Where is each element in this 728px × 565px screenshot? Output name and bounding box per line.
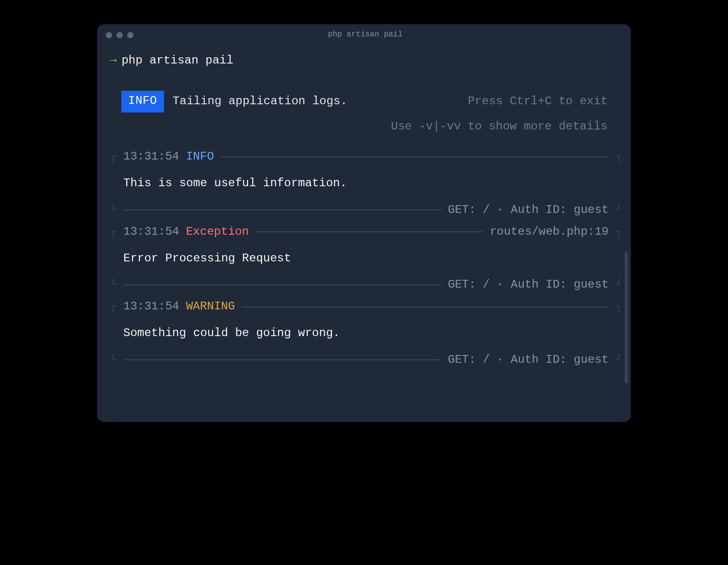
box-corner-icon: ┘ <box>615 276 622 293</box>
log-timestamp: 13:31:54 <box>123 298 179 315</box>
box-side-icon <box>110 315 116 352</box>
box-corner-icon: ┐ <box>615 224 622 241</box>
box-corner-icon: ┐ <box>615 148 622 165</box>
scrollbar-thumb[interactable] <box>625 252 628 383</box>
box-corner-icon: └ <box>110 352 116 369</box>
box-side-icon <box>110 241 116 277</box>
status-row: INFO Tailing application logs. Press Ctr… <box>121 91 622 113</box>
rule-line <box>221 157 609 158</box>
box-corner-icon: ┌ <box>110 224 116 241</box>
log-entry-header: ┌13:31:54WARNING┐ <box>110 298 622 315</box>
rule-line <box>123 359 441 360</box>
prompt-arrow-icon: → <box>110 52 116 69</box>
box-corner-icon: └ <box>110 202 116 219</box>
log-message: This is some useful information. <box>116 165 347 202</box>
log-entry-body: This is some useful information. <box>110 165 622 202</box>
log-entry-footer: └GET: / · Auth ID: guest┘ <box>110 352 622 369</box>
log-request-meta: GET: / · Auth ID: guest <box>448 276 609 293</box>
box-corner-icon: ┘ <box>615 352 622 369</box>
log-entries: ┌13:31:54INFO┐This is some useful inform… <box>110 148 622 368</box>
status-message: Tailing application logs. <box>173 93 347 110</box>
log-timestamp: 13:31:54 <box>123 148 179 165</box>
log-level: Exception <box>186 224 249 241</box>
log-entry-footer: └GET: / · Auth ID: guest┘ <box>110 202 622 219</box>
verbose-hint-row: Use -v|-vv to show more details <box>110 118 622 135</box>
log-entry-body: Error Processing Request <box>110 241 622 277</box>
box-corner-icon: ┘ <box>615 202 622 219</box>
window-title: php artisan pail <box>108 29 622 40</box>
rule-line <box>256 231 483 232</box>
log-entry: ┌13:31:54Exceptionroutes/web.php:19┐Erro… <box>110 224 622 293</box>
box-corner-icon: └ <box>110 276 116 293</box>
log-message: Error Processing Request <box>116 241 291 277</box>
log-level: WARNING <box>186 298 235 315</box>
log-entry-header: ┌13:31:54Exceptionroutes/web.php:19┐ <box>110 224 622 241</box>
rule-line <box>123 210 441 210</box>
log-request-meta: GET: / · Auth ID: guest <box>448 352 609 369</box>
log-level: INFO <box>186 148 214 165</box>
prompt-line: → php artisan pail <box>110 52 622 69</box>
log-request-meta: GET: / · Auth ID: guest <box>448 202 609 219</box>
terminal-window: php artisan pail → php artisan pail INFO… <box>97 24 631 422</box>
log-source: routes/web.php:19 <box>490 224 609 241</box>
rule-line <box>123 285 441 286</box>
log-entry-header: ┌13:31:54INFO┐ <box>110 148 622 165</box>
box-corner-icon: ┌ <box>110 298 116 315</box>
terminal-content: → php artisan pail INFO Tailing applicat… <box>97 46 631 378</box>
log-timestamp: 13:31:54 <box>123 224 179 241</box>
titlebar[interactable]: php artisan pail <box>97 24 631 46</box>
exit-hint: Press Ctrl+C to exit <box>468 93 608 110</box>
log-message: Something could be going wrong. <box>116 315 340 352</box>
rule-line <box>242 307 609 307</box>
box-corner-icon: ┐ <box>615 298 622 315</box>
command-text: php artisan pail <box>121 52 233 69</box>
box-corner-icon: ┌ <box>110 148 116 165</box>
box-side-icon <box>110 165 116 202</box>
verbose-hint: Use -v|-vv to show more details <box>391 118 608 135</box>
log-entry: ┌13:31:54INFO┐This is some useful inform… <box>110 148 622 218</box>
log-entry-footer: └GET: / · Auth ID: guest┘ <box>110 276 622 293</box>
log-entry: ┌13:31:54WARNING┐Something could be goin… <box>110 298 622 368</box>
info-badge: INFO <box>121 91 164 113</box>
log-entry-body: Something could be going wrong. <box>110 315 622 352</box>
